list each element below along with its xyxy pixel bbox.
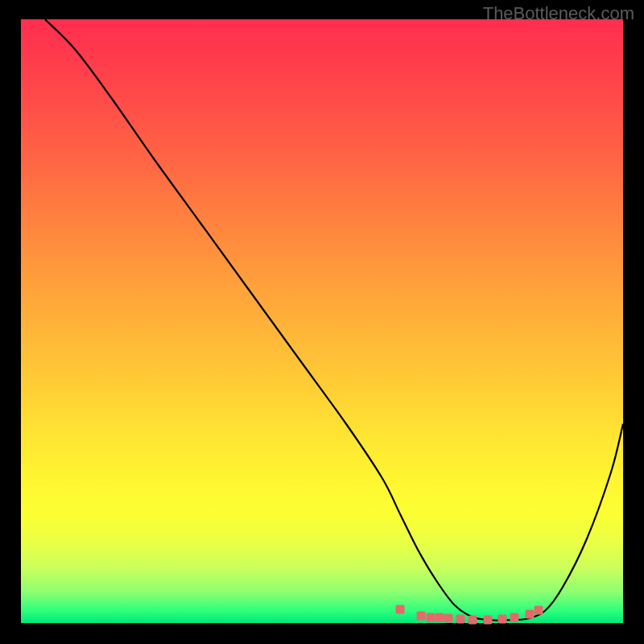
chart-plot-area [21, 19, 623, 623]
chart-marker-dot [456, 614, 465, 623]
chart-marker-dot [535, 605, 543, 614]
chart-marker-dot [444, 614, 453, 623]
chart-marker-dot [526, 609, 535, 618]
chart-marker-dot [396, 605, 405, 613]
chart-marker-dot [483, 615, 492, 624]
chart-marker-dot [426, 613, 435, 621]
chart-marker-dot [417, 612, 426, 621]
watermark-text: TheBottleneck.com [483, 3, 634, 24]
chart-marker-dot [469, 615, 477, 624]
chart-marker-dot [435, 613, 444, 622]
chart-marker-dot [510, 613, 519, 622]
chart-flat-markers [21, 19, 623, 623]
chart-marker-dot [498, 614, 507, 623]
